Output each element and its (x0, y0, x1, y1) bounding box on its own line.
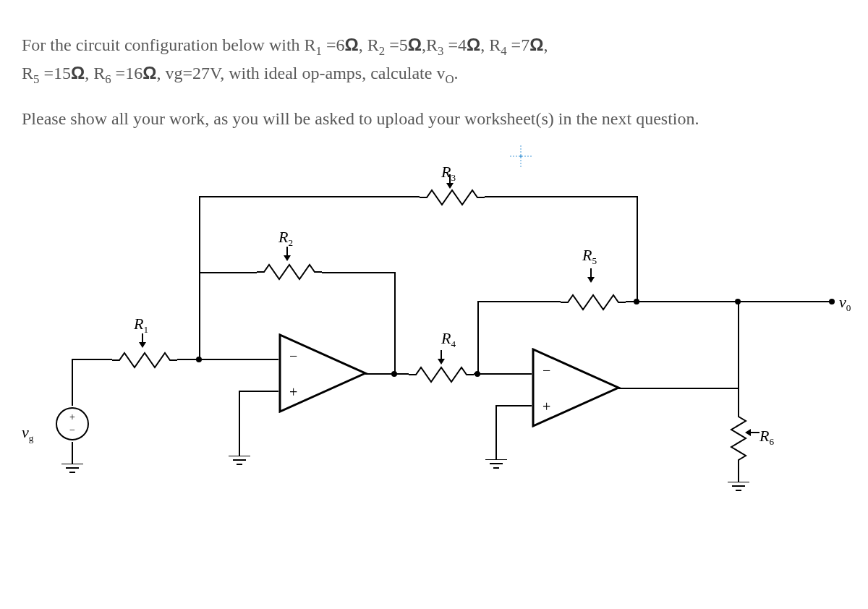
r4-resistor-icon (409, 366, 474, 385)
r6-resistor-icon (728, 409, 747, 467)
svg-marker-15 (280, 335, 365, 412)
r6-label: R6 (760, 424, 774, 449)
voltage-source-icon: + − (54, 406, 90, 442)
svg-marker-12 (284, 255, 291, 261)
svg-marker-10 (139, 342, 146, 348)
svg-marker-24 (587, 277, 595, 283)
svg-marker-25 (533, 349, 618, 426)
arrow-left-icon (745, 427, 760, 438)
problem-statement: For the circuit configuration below with… (22, 32, 846, 132)
arrow-down-icon (436, 350, 446, 365)
cursor-crosshair-icon (506, 142, 535, 179)
ground-icon (61, 464, 83, 477)
arrow-down-icon (445, 174, 455, 189)
arrow-down-icon (586, 268, 596, 283)
opamp2-icon: − + (532, 348, 626, 427)
problem-line-2: Please show all your work, as you will b… (22, 106, 846, 132)
svg-point-2 (520, 155, 522, 157)
r4-label: R4 (441, 326, 456, 352)
svg-text:+: + (69, 412, 75, 422)
vo-label: v0 (839, 290, 851, 315)
svg-text:+: + (289, 384, 297, 400)
r3-resistor-icon (420, 189, 485, 208)
arrow-down-icon (282, 247, 292, 261)
svg-text:−: − (542, 362, 550, 378)
svg-text:+: + (542, 399, 550, 414)
r1-resistor-icon (112, 352, 177, 370)
ground-icon (485, 459, 507, 472)
ground-icon (728, 482, 749, 495)
opamp1-icon: − + (278, 333, 373, 413)
svg-text:−: − (69, 425, 75, 435)
vg-label: vg (22, 420, 33, 446)
r2-resistor-icon (257, 263, 322, 282)
circuit-diagram: vg + − R1 R2 R3 (22, 149, 846, 525)
ground-icon (229, 456, 250, 469)
arrow-down-icon (137, 333, 148, 348)
svg-marker-32 (745, 429, 751, 436)
r5-label: R5 (582, 243, 597, 268)
svg-text:−: − (289, 348, 297, 364)
svg-marker-14 (446, 183, 454, 189)
r5-resistor-icon (561, 294, 626, 312)
svg-marker-22 (438, 359, 445, 365)
problem-line-1: For the circuit configuration below with… (22, 32, 846, 88)
